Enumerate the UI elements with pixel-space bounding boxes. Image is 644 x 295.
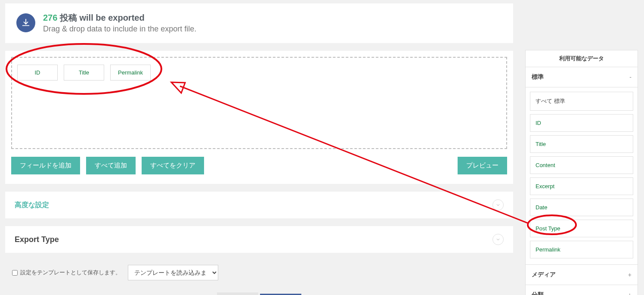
fields-drop-zone[interactable]: ID Title Permalink: [11, 57, 507, 149]
accordion-export-type[interactable]: Export Type: [5, 226, 513, 253]
chevron-down-icon: [492, 199, 504, 211]
accordion-advanced-label: 高度な設定: [15, 201, 49, 210]
export-subtext: Drag & drop data to include in the expor…: [43, 25, 196, 34]
sidebar-item-title[interactable]: Title: [530, 135, 633, 153]
nav-row: 戻る 続行: [5, 292, 513, 295]
save-template-checkbox-label[interactable]: 設定をテンプレートとして保存します。: [12, 269, 121, 276]
available-data-sidebar: 利用可能なデータ 標準 - すべて 標準 ID Title Content Ex…: [525, 50, 638, 295]
export-count: 276: [43, 13, 57, 22]
minus-icon: -: [629, 74, 632, 81]
sidebar-item-date[interactable]: Date: [530, 199, 633, 216]
plus-icon: +: [628, 292, 632, 295]
preview-button[interactable]: プレビュー: [458, 157, 507, 174]
export-header: 276 投稿 will be exported Drag & drop data…: [5, 3, 513, 43]
sidebar-group-taxonomy[interactable]: 分類 +: [526, 285, 638, 295]
sidebar-group-standard-label: 標準: [532, 73, 544, 81]
download-icon: [16, 13, 35, 32]
add-all-button[interactable]: すべて追加: [86, 157, 136, 174]
field-chip-permalink[interactable]: Permalink: [110, 65, 151, 81]
save-template-text: 設定をテンプレートとして保存します。: [20, 269, 121, 276]
sidebar-item-permalink[interactable]: Permalink: [530, 241, 633, 258]
load-template-select[interactable]: テンプレートを読み込みます...: [128, 265, 218, 280]
export-posts-label: 投稿: [60, 13, 77, 22]
sidebar-title: 利用可能なデータ: [525, 50, 638, 67]
plus-icon: +: [628, 271, 632, 278]
back-button[interactable]: 戻る: [217, 292, 258, 295]
sidebar-item-id[interactable]: ID: [530, 114, 633, 132]
fields-drop-panel: ID Title Permalink フィールドを追加 すべて追加 すべてをクリ…: [5, 51, 513, 184]
save-template-row: 設定をテンプレートとして保存します。 テンプレートを読み込みます...: [5, 261, 513, 285]
export-will-label: will be exported: [80, 13, 145, 22]
sidebar-group-media[interactable]: メディア +: [526, 265, 638, 285]
accordion-advanced[interactable]: 高度な設定: [5, 192, 513, 218]
continue-button[interactable]: 続行: [260, 294, 301, 295]
field-chip-id[interactable]: ID: [17, 65, 58, 81]
sidebar-group-taxonomy-label: 分類: [532, 291, 544, 295]
field-chip-title[interactable]: Title: [64, 65, 104, 81]
add-field-button[interactable]: フィールドを追加: [11, 157, 80, 174]
sidebar-group-standard[interactable]: 標準 -: [526, 67, 638, 87]
chevron-down-icon: [492, 234, 504, 245]
sidebar-item-all-standard[interactable]: すべて 標準: [530, 92, 633, 111]
sidebar-item-content[interactable]: Content: [530, 156, 633, 174]
sidebar-group-media-label: メディア: [532, 271, 556, 279]
clear-all-button[interactable]: すべてをクリア: [142, 157, 204, 174]
sidebar-item-post-type[interactable]: Post Type: [530, 220, 633, 237]
accordion-export-type-label: Export Type: [15, 235, 59, 244]
sidebar-item-excerpt[interactable]: Excerpt: [530, 177, 633, 195]
save-template-checkbox[interactable]: [12, 270, 18, 276]
export-count-line: 276 投稿 will be exported: [43, 12, 196, 24]
